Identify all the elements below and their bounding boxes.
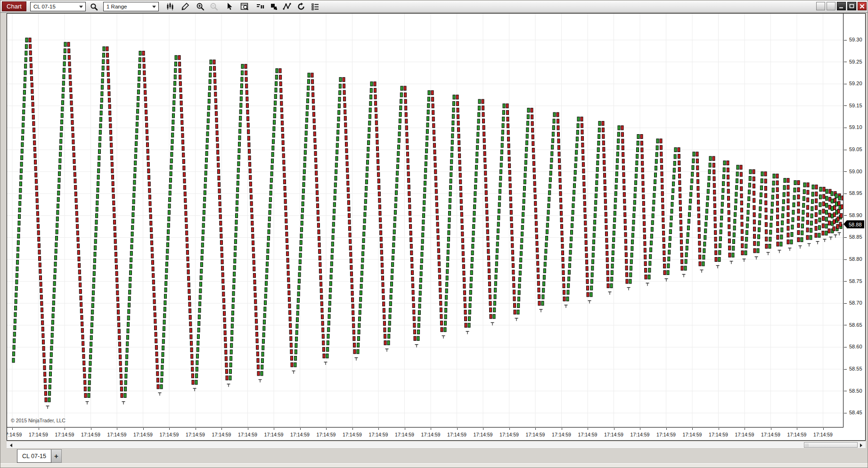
candle-run-down [431, 90, 443, 331]
time-tick [12, 428, 13, 430]
zoom-out-icon[interactable] [208, 2, 220, 11]
time-tick-label: 17:14:59 [236, 432, 260, 437]
window-controls [816, 2, 867, 10]
doji-marker [834, 235, 837, 238]
candle-run-down [727, 161, 731, 258]
interval-dropdown[interactable]: 1 Range [103, 2, 159, 11]
candle-run-down [178, 56, 194, 385]
time-tick-label: 17:14:59 [680, 432, 704, 437]
scroll-left-button[interactable] [8, 442, 14, 448]
instrument-search-icon[interactable] [88, 2, 99, 11]
candle-run-down [142, 51, 159, 389]
time-tick [300, 428, 301, 430]
candle-run-up [326, 77, 342, 358]
time-tick [65, 428, 65, 430]
properties-icon[interactable] [310, 2, 321, 11]
time-tick [143, 428, 144, 430]
time-tick-label: 17:14:59 [811, 432, 835, 437]
minimize-button[interactable] [837, 2, 846, 10]
candle-run-down [712, 156, 717, 261]
doji-marker [442, 336, 445, 339]
maximize-button[interactable] [847, 2, 856, 10]
scrollbar-thumb[interactable] [804, 442, 858, 448]
interval-link-button[interactable] [827, 2, 835, 10]
candle-run-up [261, 69, 278, 376]
cursor-icon[interactable] [224, 2, 235, 11]
price-tick [844, 325, 847, 325]
chevron-down-icon [152, 6, 156, 8]
price-axis[interactable]: 58.88 59.3059.2559.2059.1559.1059.0559.0… [844, 14, 865, 440]
candle-run-down [678, 148, 683, 271]
time-tick [117, 428, 117, 430]
time-tick-label: 17:14:59 [210, 432, 233, 437]
objects-icon[interactable] [268, 2, 279, 11]
chart-plot-area[interactable]: © 2015 NinjaTrader, LLC [7, 14, 843, 428]
time-tick-label: 17:14:59 [759, 432, 783, 437]
candlestick-chart [7, 14, 843, 428]
copyright-text: © 2015 NinjaTrader, LLC [11, 418, 66, 423]
time-tick-label: 17:14:59 [445, 432, 469, 437]
close-button[interactable] [858, 2, 867, 10]
doji-marker [665, 279, 668, 282]
instrument-value: CL 07-15 [33, 4, 56, 9]
chevron-down-icon [79, 6, 83, 8]
doji-marker [324, 362, 328, 365]
time-tick-label: 17:14:59 [733, 432, 756, 437]
chart-trader-icon[interactable] [254, 2, 266, 11]
price-tick [844, 281, 847, 282]
instrument-link-button[interactable] [816, 2, 825, 10]
candle-run-up [124, 51, 141, 398]
candle-run-down [374, 82, 386, 345]
time-tick-label: 17:14:59 [655, 432, 678, 437]
reload-icon[interactable] [295, 2, 307, 11]
doji-marker [682, 274, 686, 277]
price-tick [844, 237, 847, 238]
price-tick [844, 369, 847, 370]
scroll-right-button[interactable] [858, 442, 864, 448]
chart-style-icon[interactable] [164, 2, 176, 11]
candle-run-up [294, 73, 310, 367]
time-tick [457, 428, 458, 430]
doji-marker [540, 309, 543, 312]
candle-run-down [67, 42, 87, 398]
add-tab-button[interactable]: + [51, 449, 62, 463]
tab-bar: CL 07-15 + [7, 449, 866, 463]
instrument-dropdown[interactable]: CL 07-15 [30, 2, 86, 11]
time-tick-label: 17:14:59 [419, 432, 442, 437]
time-tick-label: 17:14:59 [602, 432, 626, 437]
candle-run-down [279, 69, 293, 367]
price-tick-label: 58.75 [849, 278, 862, 284]
candle-run-up [684, 152, 695, 270]
doji-marker [385, 349, 389, 352]
candle-run-down [245, 64, 260, 375]
candle-run-up [732, 165, 739, 257]
candle-run-up [48, 42, 66, 402]
horizontal-scrollbar[interactable] [7, 442, 866, 449]
price-tick-label: 58.45 [849, 410, 862, 415]
time-tick-label: 17:14:59 [157, 432, 181, 437]
time-tick-label: 17:14:59 [262, 432, 286, 437]
pencil-icon[interactable] [180, 2, 191, 11]
doji-marker [259, 379, 262, 382]
scrollbar-grip [806, 444, 808, 447]
candle-run-up [229, 64, 244, 380]
price-tick-label: 59.30 [849, 37, 862, 42]
candle-run-up [610, 126, 620, 288]
time-tick [823, 428, 824, 430]
tab-cl-07-15[interactable]: CL 07-15 [17, 449, 51, 463]
arrow-left-icon [10, 444, 12, 447]
price-tick-label: 58.70 [849, 300, 862, 306]
time-tick-label: 17:14:59 [498, 432, 521, 437]
candle-run-up [667, 148, 677, 275]
time-axis[interactable]: 17:14:5917:14:5917:14:5917:14:5917:14:59… [7, 428, 844, 440]
data-box-icon[interactable] [239, 2, 250, 11]
doji-marker [767, 252, 770, 255]
candle-run-down [740, 165, 744, 255]
doji-marker [799, 246, 802, 249]
candle-run-up [757, 172, 763, 253]
window-title: Chart [2, 1, 26, 11]
chart-frame: © 2015 NinjaTrader, LLC 58.88 59.3059.25… [7, 13, 866, 441]
line-tool-icon[interactable] [281, 2, 293, 11]
zoom-in-icon[interactable] [195, 2, 206, 11]
candle-run-up [590, 121, 601, 297]
